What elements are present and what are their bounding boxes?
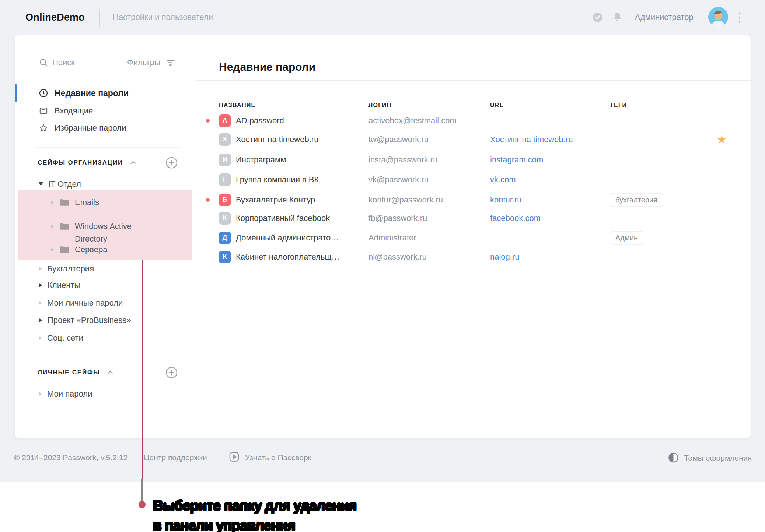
annotation-text-line2: в панели управления [153, 518, 295, 532]
tree-item-servera[interactable]: Сервера [51, 245, 108, 254]
row-badge: К [219, 212, 231, 225]
tree-item-label: Соц. сети [47, 333, 83, 343]
filters-button[interactable]: Фильтры [127, 57, 176, 68]
row-url-link[interactable]: nalog.ru [490, 252, 520, 262]
expand-triangle-icon[interactable] [51, 200, 54, 205]
add-personal-vault-button[interactable] [165, 367, 178, 379]
row-url-link[interactable]: vk.com [490, 175, 516, 184]
expand-triangle-icon[interactable] [39, 267, 42, 271]
star-icon [39, 123, 48, 133]
row-name[interactable]: Доменный администрато… [236, 233, 339, 243]
tree-item-emails[interactable]: Emails [51, 198, 99, 207]
table-row[interactable]: Г Группа компании в ВК vk@passwork.ru vk… [196, 170, 751, 189]
expand-triangle-icon[interactable] [39, 336, 42, 340]
tree-item-label: Бухгалтерия [47, 264, 94, 274]
expand-triangle-icon[interactable] [51, 247, 54, 252]
org-vaults-section-header[interactable]: СЕЙФЫ ОРГАНИЗАЦИИ [38, 159, 137, 167]
row-badge: Г [219, 173, 231, 186]
table-row[interactable]: К Корпоративный facebook fb@passwork.ru … [196, 208, 751, 228]
tree-item-label: Emails [75, 198, 99, 207]
tree-item-moi-lichnye-paroli[interactable]: Мои личные пароли [39, 298, 123, 308]
sidebar-item-recent-passwords[interactable]: Недавние пароли [15, 84, 196, 102]
table-row[interactable]: К Кабинет налогоплательщ… nl@passwork.ru… [196, 247, 751, 267]
column-header-name: НАЗВАНИЕ [219, 102, 256, 109]
bell-icon[interactable] [612, 11, 623, 24]
row-name[interactable]: AD password [236, 116, 284, 126]
divider [37, 357, 179, 357]
expand-triangle-icon[interactable] [39, 283, 42, 288]
tree-item-windows-active-directory[interactable]: Windows Active Directory [51, 220, 149, 245]
tree-item-klienty[interactable]: Клиенты [39, 281, 80, 290]
row-name[interactable]: Инстраграмм [236, 155, 286, 165]
row-url-link[interactable]: kontur.ru [490, 195, 522, 205]
status-dot [206, 255, 210, 259]
favorite-star-icon[interactable]: ★ [717, 134, 727, 145]
inbox-icon [39, 106, 48, 116]
row-badge: Х [219, 133, 231, 146]
expand-triangle-icon[interactable] [39, 318, 42, 323]
tree-item-moi-paroli[interactable]: Мои пароли [39, 389, 92, 399]
sidebar-item-favorite-passwords[interactable]: Избранные пароли [15, 119, 196, 137]
table-row[interactable]: Д Доменный администрато… Administrator А… [196, 228, 751, 247]
expand-triangle-icon[interactable] [51, 224, 54, 229]
row-url-link[interactable]: instagram.com [490, 155, 543, 165]
tag-chip[interactable]: бухгалтерия [610, 193, 663, 207]
status-check-icon[interactable] [593, 12, 603, 24]
row-name[interactable]: Хостинг на timeweb.ru [236, 135, 318, 144]
play-video-icon[interactable] [228, 451, 240, 464]
row-name[interactable]: Корпоративный facebook [236, 214, 330, 223]
sidebar-item-inbox[interactable]: Входящие [15, 102, 196, 120]
tree-item-soc-seti[interactable]: Соц. сети [39, 333, 83, 343]
tree-item-proekt-probusiness[interactable]: Проект «ProBusiness» [39, 316, 131, 325]
learn-about-passwork-link[interactable]: Узнать о Пассворк [245, 453, 311, 462]
row-name[interactable]: Группа компании в ВК [236, 175, 319, 184]
content-card: Фильтры Недавние пароли Входящие Избранн… [15, 35, 751, 438]
expand-triangle-icon[interactable] [39, 301, 42, 305]
row-name[interactable]: Бухагалетрия Контур [236, 195, 315, 205]
avatar[interactable] [708, 7, 728, 28]
row-login: tw@passwork.ru [368, 135, 429, 144]
table-row[interactable]: Б Бухагалетрия Контур kontur@passwork.ru… [196, 190, 751, 209]
tree-item-it-otdel[interactable]: IT Отдел [39, 179, 81, 189]
tag-chip[interactable]: Админ [610, 231, 643, 244]
sidebar-item-label: Недавние пароли [55, 88, 129, 98]
collapse-triangle-icon[interactable] [39, 182, 43, 186]
personal-vaults-section-header[interactable]: ЛИЧНЫЕ СЕЙФЫ [38, 369, 114, 377]
filter-icon [165, 57, 176, 68]
personal-vaults-title: ЛИЧНЫЕ СЕЙФЫ [38, 369, 100, 376]
row-url-link[interactable]: facebook.com [490, 214, 541, 223]
tree-item-buhgalteriya[interactable]: Бухгалтерия [39, 264, 94, 274]
user-name[interactable]: Администратор [635, 13, 694, 22]
row-login: vk@passwork.ru [368, 175, 429, 184]
row-badge: К [219, 251, 231, 263]
page: OnlineDemo Настройки и пользователи Адми… [0, 0, 765, 532]
kebab-menu-icon[interactable] [737, 11, 742, 26]
row-name[interactable]: Кабинет налогоплательщ… [236, 252, 340, 262]
app-logo[interactable]: OnlineDemo [25, 12, 85, 23]
chevron-up-icon [106, 369, 114, 377]
topbar-section-title[interactable]: Настройки и пользователи [113, 13, 213, 22]
expand-triangle-icon[interactable] [39, 392, 42, 396]
add-org-vault-button[interactable] [165, 157, 178, 169]
row-login: fb@passwork.ru [368, 214, 427, 223]
row-badge: А [219, 114, 231, 127]
row-url-link[interactable]: Хостинг на timeweb.ru [490, 135, 573, 144]
column-header-login: ЛОГИН [368, 102, 391, 109]
tree-item-label: IT Отдел [48, 179, 81, 189]
search-input[interactable] [52, 57, 123, 68]
table-row[interactable]: Х Хостинг на timeweb.ru tw@passwork.ru Х… [196, 130, 751, 149]
tree-item-label: Сервера [75, 245, 108, 254]
support-center-link[interactable]: Центр поддержки [144, 453, 207, 462]
column-header-tags: ТЕГИ [610, 102, 627, 109]
tree-item-label: Мои личные пароли [47, 298, 123, 308]
table-row[interactable]: А AD password activebox@testmail.com [196, 111, 751, 130]
themes-button[interactable]: Темы оформления [668, 452, 752, 463]
title-divider [196, 80, 751, 81]
row-login: activebox@testmail.com [368, 116, 457, 126]
org-vaults-title: СЕЙФЫ ОРГАНИЗАЦИИ [38, 159, 123, 166]
row-login: kontur@passwork.ru [368, 195, 443, 205]
page-title: Недавние пароли [219, 61, 315, 73]
table-row[interactable]: И Инстраграмм insta@passwork.ru instagra… [196, 150, 751, 169]
tree-item-label: Клиенты [48, 281, 80, 290]
annotation-pointer-dot [139, 501, 146, 508]
